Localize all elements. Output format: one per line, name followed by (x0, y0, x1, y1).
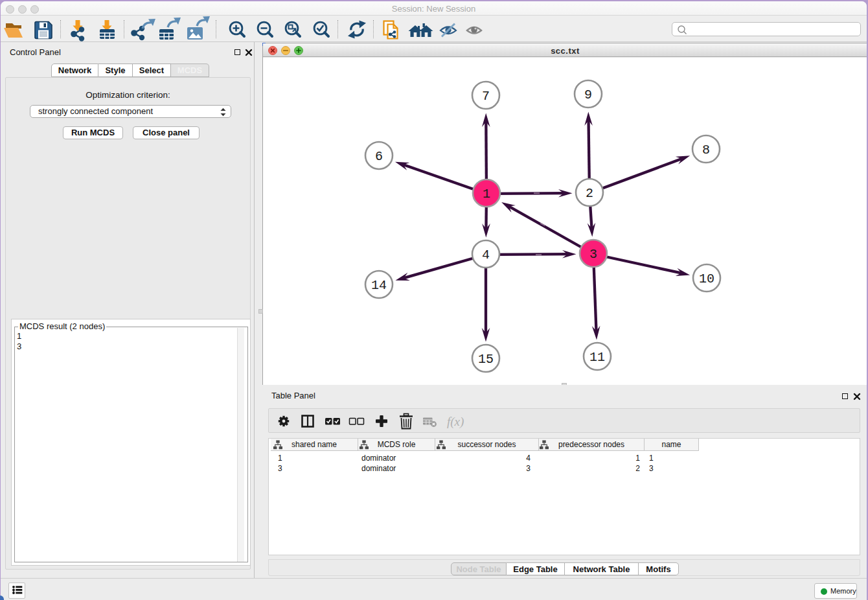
svg-text:14: 14 (371, 278, 387, 293)
svg-text:7: 7 (482, 89, 490, 104)
svg-text:15: 15 (478, 352, 494, 367)
svg-text:9: 9 (584, 87, 592, 102)
svg-text:4: 4 (482, 248, 490, 262)
svg-text:11: 11 (589, 350, 605, 365)
svg-text:2: 2 (586, 186, 593, 201)
svg-text:10: 10 (699, 271, 714, 286)
svg-text:3: 3 (589, 247, 597, 262)
svg-text:f(x): f(x) (447, 415, 464, 429)
svg-text:8: 8 (702, 143, 710, 157)
svg-text:6: 6 (375, 149, 383, 164)
svg-text:1: 1 (483, 187, 490, 202)
